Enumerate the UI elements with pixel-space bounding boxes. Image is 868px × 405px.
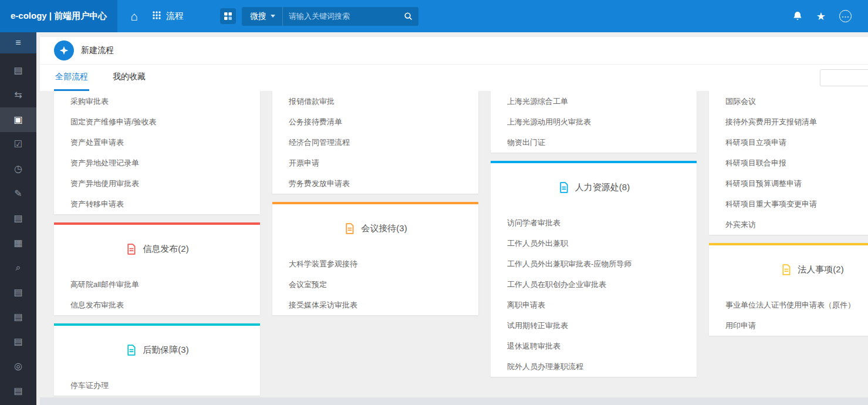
sidebar-item-search[interactable]: ⌕ <box>0 255 36 280</box>
category-header: 信息发布(2) <box>54 240 260 258</box>
ellipsis-circle-icon: ⋯ <box>839 10 852 22</box>
bottom-strip <box>40 397 868 405</box>
process-link[interactable]: 离职申请表 <box>491 295 697 315</box>
document-icon <box>125 243 137 255</box>
process-link[interactable]: 会议室预定 <box>272 274 478 295</box>
sidebar-item-new-process[interactable]: ▣ <box>0 107 36 132</box>
process-link[interactable]: 资产异地使用审批表 <box>54 173 260 194</box>
process-link[interactable]: 大科学装置参观接待 <box>272 254 478 274</box>
new-process-badge-icon <box>54 41 74 60</box>
category-card: 采购审批表固定资产维修申请/验收表资产处置申请表资产异地处理记录单资产异地使用审… <box>54 91 260 214</box>
document-icon <box>343 222 356 235</box>
notifications-bell-icon[interactable] <box>792 11 803 22</box>
sidebar-item-pending-clock[interactable]: ◷ <box>0 157 36 181</box>
process-link[interactable]: 用印申请 <box>709 315 868 336</box>
search-scope-dropdown[interactable]: 微搜 <box>242 7 282 26</box>
process-filter-input[interactable] <box>820 69 868 86</box>
process-column: 上海光源综合工单上海光源动用明火审批表物资出门证人力资源处(8)访问学者审批表工… <box>491 91 697 385</box>
process-link[interactable]: 报销借款审批 <box>272 91 478 112</box>
process-link[interactable]: 工作人员外出兼职审批表-应物所导师 <box>491 254 697 274</box>
process-link[interactable]: 试用期转正审批表 <box>491 315 697 336</box>
process-link[interactable]: 开票申请 <box>272 153 478 173</box>
process-link[interactable]: 上海光源综合工单 <box>491 91 697 112</box>
process-link[interactable]: 工作人员在职创办企业审批表 <box>491 274 697 295</box>
process-link[interactable]: 采购审批表 <box>54 91 260 112</box>
process-link[interactable]: 工作人员外出兼职 <box>491 233 697 254</box>
category-card: 报销借款审批公务接待费清单经济合同管理流程开票申请劳务费发放申请表 <box>272 91 478 194</box>
process-link[interactable]: 劳务费发放申请表 <box>272 173 478 194</box>
search-icon: ⌕ <box>16 263 21 272</box>
process-link[interactable]: 科研项目重大事项变更申请 <box>709 194 868 214</box>
nav-process[interactable]: 流程 <box>152 11 184 22</box>
nav-process-label: 流程 <box>166 11 184 22</box>
form-doc-icon: ▤ <box>13 337 22 346</box>
category-card: 人力资源处(8)访问学者审批表工作人员外出兼职工作人员外出兼职审批表-应物所导师… <box>491 161 697 377</box>
process-link[interactable]: 经济合同管理流程 <box>272 132 478 153</box>
sidebar-item-document[interactable]: ▤ <box>0 58 36 83</box>
sidebar-item-misc-doc[interactable]: ▤ <box>0 379 36 403</box>
tabs-bar: 全部流程 我的收藏 <box>40 65 868 91</box>
category-card: 后勤保障(3)停车证办理 <box>54 323 260 396</box>
favorites-star-icon[interactable]: ★ <box>816 11 826 22</box>
topbar: e-cology | 前端用户中心 ⌂ 流程 微搜 ★ ⋯ <box>0 0 868 32</box>
report-doc-icon: ▤ <box>13 288 22 297</box>
document-icon <box>558 181 570 194</box>
sidebar-item-handled-doc[interactable]: ▤ <box>0 206 36 231</box>
category-card: 国际会议接待外宾费用开支报销清单科研项目立项申请科研项目联合申报科研项目预算调整… <box>709 91 868 235</box>
category-title: 信息发布(2) <box>143 244 188 255</box>
document-icon: ▤ <box>13 66 22 75</box>
tab-all-processes[interactable]: 全部流程 <box>54 65 89 91</box>
process-link[interactable]: 物资出门证 <box>491 132 697 153</box>
home-icon[interactable]: ⌂ <box>130 10 138 22</box>
global-search-input[interactable] <box>283 12 398 21</box>
process-link[interactable]: 停车证办理 <box>54 375 260 396</box>
category-header: 人力资源处(8) <box>491 178 697 196</box>
category-header: 会议接待(3) <box>272 220 478 237</box>
document-icon <box>125 344 137 356</box>
more-options-icon[interactable]: ⋯ <box>839 10 852 22</box>
process-link[interactable]: 科研项目立项申请 <box>709 132 868 153</box>
process-link[interactable]: 科研项目联合申报 <box>709 153 868 173</box>
sidebar-item-report-doc[interactable]: ▤ <box>0 280 36 305</box>
sidebar-item-monitor[interactable]: ◎ <box>0 354 36 379</box>
workflow-icon: ⇆ <box>14 90 22 100</box>
process-link[interactable]: 国际会议 <box>709 91 868 112</box>
sidebar-item-menu-toggle[interactable]: ≡ <box>0 32 36 53</box>
process-column: 国际会议接待外宾费用开支报销清单科研项目立项申请科研项目联合申报科研项目预算调整… <box>709 91 868 344</box>
pending-clock-icon: ◷ <box>14 164 22 174</box>
process-link[interactable]: 院外人员办理兼职流程 <box>491 356 697 377</box>
contacts-icon: ▦ <box>13 238 22 248</box>
sidebar-item-archive-doc[interactable]: ▤ <box>0 305 36 329</box>
category-header: 法人事项(2) <box>709 261 868 278</box>
process-link[interactable]: 信息发布审批表 <box>54 295 260 315</box>
process-link[interactable]: 接受媒体采访审批表 <box>272 295 478 315</box>
process-link[interactable]: 科研项目预算调整申请 <box>709 173 868 194</box>
process-link[interactable]: 资产处置申请表 <box>54 132 260 153</box>
sidebar-item-workflow[interactable]: ⇆ <box>0 83 36 107</box>
process-link[interactable]: 事业单位法人证书使用申请表（原件） <box>709 295 868 315</box>
process-link[interactable]: 访问学者审批表 <box>491 212 697 233</box>
sidebar-item-todo-check[interactable]: ☑ <box>0 132 36 157</box>
quick-apps-icon[interactable] <box>220 8 236 24</box>
sidebar-item-form-doc[interactable]: ▤ <box>0 329 36 354</box>
search-scope-label: 微搜 <box>250 11 266 22</box>
sidebar-item-contacts[interactable]: ▦ <box>0 231 36 255</box>
process-column: 报销借款审批公务接待费清单经济合同管理流程开票申请劳务费发放申请表会议接待(3)… <box>272 91 478 323</box>
process-link[interactable]: 资产异地处理记录单 <box>54 153 260 173</box>
process-link[interactable]: 接待外宾费用开支报销清单 <box>709 112 868 132</box>
search-icon[interactable] <box>398 12 418 21</box>
grid-menu-icon <box>152 11 161 22</box>
monitor-icon: ◎ <box>14 362 22 371</box>
brand-logo[interactable]: e-cology | 前端用户中心 <box>0 0 117 32</box>
process-link[interactable]: 高研院all邮件审批单 <box>54 274 260 295</box>
tab-my-favorites[interactable]: 我的收藏 <box>112 65 147 91</box>
sidebar-item-draft-edit[interactable]: ✎ <box>0 181 36 206</box>
process-link[interactable]: 外宾来访 <box>709 214 868 235</box>
process-link[interactable]: 固定资产维修申请/验收表 <box>54 112 260 132</box>
process-link[interactable]: 上海光源动用明火审批表 <box>491 112 697 132</box>
process-link[interactable]: 退休返聘审批表 <box>491 336 697 356</box>
process-link[interactable]: 资产转移申请表 <box>54 194 260 214</box>
menu-toggle-icon: ≡ <box>15 38 21 48</box>
draft-edit-icon: ✎ <box>14 189 22 198</box>
process-link[interactable]: 公务接待费清单 <box>272 112 478 132</box>
